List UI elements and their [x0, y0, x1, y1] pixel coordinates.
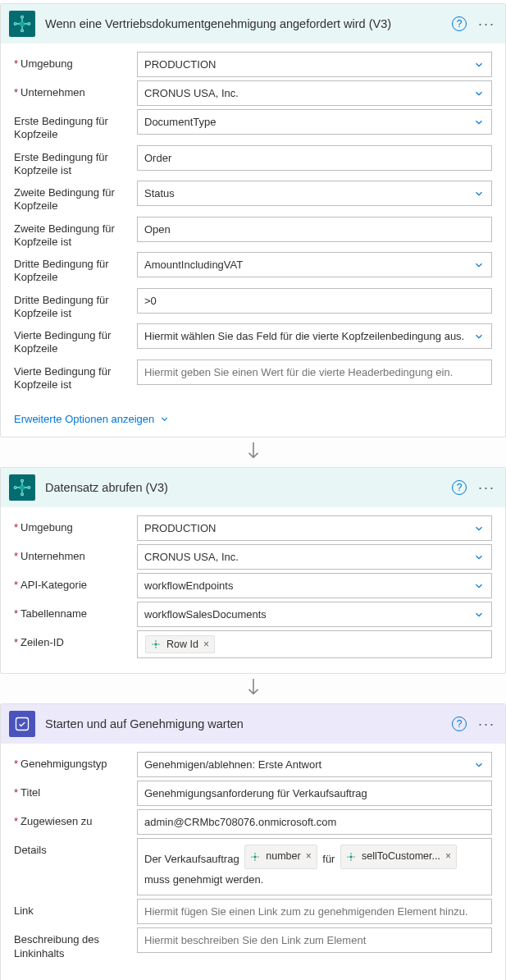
get-record-title: Datensatz abrufen (V3): [45, 481, 452, 494]
label-assigned: Zugewiesen zu: [14, 809, 137, 828]
label-link: Link: [14, 899, 137, 918]
dropdown-umgebung[interactable]: PRODUCTION: [137, 515, 492, 541]
chevron-down-icon: [467, 523, 485, 534]
label-umgebung: Umgebung: [14, 515, 137, 534]
label-api: API-Kategorie: [14, 573, 137, 592]
label-c1v: Erste Bedingung für Kopfzeile ist: [14, 145, 137, 178]
bc-token-icon: [344, 850, 358, 863]
input-rowid[interactable]: Row Id ×: [137, 630, 492, 658]
svg-point-2: [21, 30, 24, 32]
label-details: Details: [14, 838, 137, 857]
trigger-card: Wenn eine Vertriebsdokumentgenehmigung a…: [0, 3, 506, 437]
approval-title: Starten und auf Genehmigung warten: [45, 717, 452, 730]
bc-connector-icon: [9, 474, 35, 501]
chevron-down-icon: [467, 552, 485, 563]
help-icon[interactable]: ?: [452, 480, 467, 495]
token-remove-icon[interactable]: ×: [203, 639, 209, 650]
token-number[interactable]: number ×: [244, 845, 317, 869]
label-approval-type: Genehmigungstyp: [14, 752, 137, 771]
label-c3f: Dritte Bedingung für Kopfzeile: [14, 252, 137, 285]
trigger-header[interactable]: Wenn eine Vertriebsdokumentgenehmigung a…: [1, 4, 505, 44]
dropdown-c1f[interactable]: DocumentType: [137, 109, 492, 135]
label-table: Tabellenname: [14, 602, 137, 621]
label-umgebung: Umgebung: [14, 52, 137, 71]
bc-token-icon: [149, 638, 162, 651]
approvals-icon: [9, 711, 35, 737]
token-selltocustomer[interactable]: sellToCustomer... ×: [340, 845, 457, 869]
label-unternehmen: Unternehmen: [14, 80, 137, 99]
trigger-title: Wenn eine Vertriebsdokumentgenehmigung a…: [45, 17, 452, 30]
dropdown-approval-type[interactable]: Genehmigen/ablehnen: Erste Antwort: [137, 752, 492, 777]
svg-point-12: [254, 855, 258, 859]
chevron-down-icon: [159, 414, 170, 424]
input-linkdesc[interactable]: [137, 927, 492, 953]
label-rowid: Zeilen-ID: [14, 630, 137, 649]
chevron-down-icon: [467, 580, 485, 592]
svg-rect-11: [16, 718, 29, 730]
svg-point-3: [14, 23, 16, 25]
chevron-down-icon: [467, 609, 485, 621]
approval-header[interactable]: Starten und auf Genehmigung warten ? ···: [1, 704, 505, 744]
chevron-down-icon: [467, 88, 485, 99]
label-c2f: Zweite Bedingung für Kopfzeile: [14, 181, 137, 213]
input-title[interactable]: Genehmigungsanforderung für Verkaufsauft…: [137, 781, 492, 806]
linkdesc-field[interactable]: [144, 929, 485, 951]
input-c3v[interactable]: >0: [137, 288, 492, 314]
svg-point-6: [21, 479, 24, 482]
more-icon[interactable]: ···: [478, 16, 495, 31]
get-record-header[interactable]: Datensatz abrufen (V3) ? ···: [1, 468, 505, 507]
input-c2v[interactable]: Open: [137, 217, 492, 242]
bc-connector-icon: [9, 11, 35, 37]
help-icon[interactable]: ?: [452, 16, 467, 31]
dropdown-umgebung[interactable]: PRODUCTION: [137, 52, 492, 77]
label-c2v: Zweite Bedingung für Kopfzeile ist: [14, 217, 137, 250]
dropdown-table[interactable]: workflowSalesDocuments: [137, 602, 492, 627]
chevron-down-icon: [467, 331, 485, 342]
chevron-down-icon: [467, 259, 485, 271]
token-row-id[interactable]: Row Id ×: [145, 635, 215, 653]
svg-point-13: [349, 855, 353, 859]
get-record-card: Datensatz abrufen (V3) ? ··· Umgebung PR…: [0, 467, 506, 674]
input-c4v-field[interactable]: [144, 361, 485, 383]
help-icon[interactable]: ?: [452, 717, 467, 731]
input-assigned[interactable]: admin@CRMbc708076.onmicrosoft.com: [137, 809, 492, 835]
svg-point-0: [20, 21, 25, 26]
dropdown-c2f[interactable]: Status: [137, 181, 492, 206]
dropdown-c4f[interactable]: Hiermit wählen Sie das Feld für die vier…: [137, 323, 492, 349]
svg-point-10: [154, 643, 157, 646]
dropdown-api[interactable]: workflowEndpoints: [137, 573, 492, 598]
input-link[interactable]: [137, 899, 492, 924]
more-icon[interactable]: ···: [478, 717, 495, 731]
svg-point-9: [28, 487, 30, 489]
link-field[interactable]: [144, 900, 485, 923]
flow-arrow: [0, 437, 506, 467]
chevron-down-icon: [467, 59, 485, 71]
svg-point-5: [20, 485, 25, 490]
bc-token-icon: [248, 850, 262, 863]
advanced-options-toggle[interactable]: Erweiterte Optionen anzeigen: [1, 975, 183, 980]
token-remove-icon[interactable]: ×: [306, 847, 312, 866]
dropdown-c3f[interactable]: AmountIncludingVAT: [137, 252, 492, 277]
label-c4f: Vierte Bedingung für Kopfzeile: [14, 323, 137, 356]
approval-card: Starten und auf Genehmigung warten ? ···…: [0, 703, 506, 980]
input-details[interactable]: Der Verkaufsauftrag number × für sellTo: [137, 838, 492, 895]
chevron-down-icon: [467, 759, 485, 771]
dropdown-unternehmen[interactable]: CRONUS USA, Inc.: [137, 544, 492, 570]
chevron-down-icon: [467, 117, 485, 128]
svg-point-1: [21, 16, 24, 18]
svg-point-8: [14, 487, 16, 489]
input-c1v[interactable]: Order: [137, 145, 492, 171]
label-c3v: Dritte Bedingung für Kopfzeile ist: [14, 288, 137, 321]
dropdown-unternehmen[interactable]: CRONUS USA, Inc.: [137, 80, 492, 106]
label-linkdesc: Beschreibung des Linkinhalts: [14, 927, 137, 960]
more-icon[interactable]: ···: [478, 480, 495, 495]
label-c1f: Erste Bedingung für Kopfzeile: [14, 109, 137, 142]
chevron-down-icon: [467, 188, 485, 199]
advanced-options-toggle[interactable]: Erweiterte Optionen anzeigen: [1, 406, 183, 437]
label-title: Titel: [14, 781, 137, 799]
svg-point-7: [21, 493, 24, 496]
label-c4v: Vierte Bedingung für Kopfzeile ist: [14, 359, 137, 392]
input-c4v[interactable]: [137, 359, 492, 385]
token-remove-icon[interactable]: ×: [445, 847, 451, 866]
label-unternehmen: Unternehmen: [14, 544, 137, 563]
